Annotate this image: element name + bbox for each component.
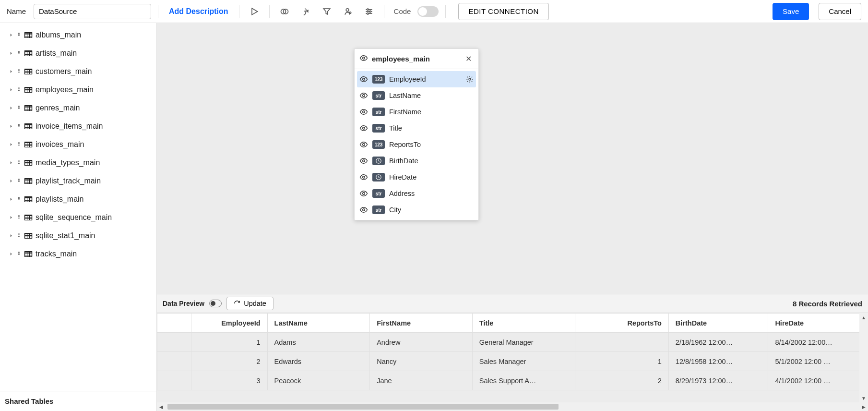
name-input[interactable] [34, 4, 151, 19]
svg-rect-51 [30, 90, 32, 91]
close-icon[interactable]: ✕ [464, 53, 474, 64]
add-description-button[interactable]: Add Description [165, 7, 232, 16]
table-header[interactable]: EmployeeId [191, 314, 267, 333]
field-row[interactable]: 123 ReportsTo [355, 136, 478, 153]
drag-handle-icon[interactable]: ⠿ [17, 161, 21, 165]
code-toggle[interactable] [417, 6, 439, 17]
scroll-right-icon[interactable]: ▶ [859, 404, 868, 410]
svg-rect-141 [30, 254, 32, 255]
table-header[interactable] [157, 314, 191, 333]
drag-handle-icon[interactable]: ⠿ [17, 179, 21, 183]
tree-item[interactable]: ⠿ sqlite_stat1_main [0, 227, 156, 245]
gear-icon[interactable] [466, 75, 474, 83]
update-button[interactable]: Update [226, 297, 273, 310]
tree-item[interactable]: ⠿ artists_main [0, 44, 156, 62]
eye-icon[interactable] [359, 75, 368, 84]
svg-rect-22 [25, 36, 27, 37]
field-row[interactable]: 123 EmployeeId [357, 71, 476, 87]
field-row[interactable]: HireDate [355, 169, 478, 185]
field-row[interactable]: BirthDate [355, 153, 478, 169]
field-row[interactable]: str City [355, 202, 478, 218]
cancel-button[interactable]: Cancel [819, 3, 861, 20]
drag-handle-icon[interactable]: ⠿ [17, 51, 21, 55]
drag-handle-icon[interactable]: ⠿ [17, 216, 21, 219]
tree-item[interactable]: ⠿ invoices_main [0, 135, 156, 154]
eye-icon[interactable] [359, 140, 368, 149]
table-cell: 1 [191, 333, 267, 352]
svg-rect-102 [25, 182, 27, 183]
canvas-stage[interactable]: employees_main ✕ 123 EmployeeId str Last… [157, 23, 868, 294]
eye-icon[interactable] [359, 108, 368, 116]
table-row[interactable]: 1AdamsAndrewGeneral Manager2/18/1962 12:… [157, 333, 868, 352]
eye-icon[interactable] [359, 189, 368, 198]
tree-item[interactable]: ⠿ genres_main [0, 99, 156, 117]
drag-handle-icon[interactable]: ⠿ [17, 234, 21, 238]
eye-icon[interactable] [359, 157, 368, 165]
table-cell: Nancy [370, 352, 473, 371]
field-row[interactable]: str LastName [355, 87, 478, 104]
join-icon[interactable] [276, 3, 293, 20]
drag-handle-icon[interactable]: ⠿ [17, 33, 21, 37]
svg-rect-27 [27, 52, 29, 53]
table-header[interactable]: FirstName [370, 314, 473, 333]
tree-item[interactable]: ⠿ customers_main [0, 62, 156, 81]
field-name: EmployeeId [389, 75, 462, 83]
save-button[interactable]: Save [773, 3, 809, 20]
drag-handle-icon[interactable]: ⠿ [17, 88, 21, 92]
drag-handle-icon[interactable]: ⠿ [17, 106, 21, 110]
scroll-up-icon[interactable]: ▲ [859, 313, 868, 322]
tree-item[interactable]: ⠿ sqlite_sequence_main [0, 208, 156, 227]
run-icon[interactable] [246, 3, 262, 20]
edit-connection-button[interactable]: EDIT CONNECTION [458, 3, 548, 20]
field-row[interactable]: str Address [355, 185, 478, 202]
svg-rect-76 [25, 143, 27, 144]
scrollbar-thumb[interactable] [167, 404, 559, 410]
svg-point-148 [363, 95, 365, 97]
function-icon[interactable] [297, 3, 314, 20]
user-icon[interactable] [340, 3, 356, 20]
eye-icon[interactable] [359, 206, 368, 214]
tree-item[interactable]: ⠿ invoice_items_main [0, 117, 156, 135]
svg-rect-138 [30, 253, 32, 254]
table-header[interactable]: LastName [267, 314, 370, 333]
shared-tables-header[interactable]: Shared Tables [0, 391, 156, 411]
table-row[interactable]: 3PeacockJaneSales Support A…28/29/1973 1… [157, 371, 868, 390]
drag-handle-icon[interactable]: ⠿ [17, 252, 21, 256]
field-row[interactable]: str Title [355, 120, 478, 136]
table-icon [24, 251, 33, 257]
scroll-left-icon[interactable]: ◀ [157, 404, 166, 410]
table-header[interactable]: BirthDate [668, 314, 768, 333]
tree-item[interactable]: ⠿ playlist_track_main [0, 172, 156, 190]
svg-rect-57 [27, 107, 29, 108]
svg-rect-123 [27, 219, 29, 220]
scroll-down-icon[interactable]: ▼ [859, 394, 868, 402]
drag-handle-icon[interactable]: ⠿ [17, 124, 21, 128]
eye-icon[interactable] [359, 124, 368, 133]
table-header[interactable]: Title [472, 314, 575, 333]
tree-item[interactable]: ⠿ playlists_main [0, 190, 156, 208]
type-badge: str [372, 91, 385, 100]
svg-point-14 [367, 12, 368, 14]
vertical-scrollbar[interactable]: ▲ ▼ [859, 313, 868, 402]
eye-icon[interactable] [359, 173, 368, 181]
table-header[interactable]: HireDate [768, 314, 868, 333]
horizontal-scrollbar[interactable]: ◀ ▶ [157, 402, 868, 411]
tree-item[interactable]: ⠿ employees_main [0, 81, 156, 99]
table-row[interactable]: 2EdwardsNancySales Manager112/8/1958 12:… [157, 352, 868, 371]
svg-rect-129 [25, 236, 27, 237]
table-header[interactable]: ReportsTo [575, 314, 668, 333]
svg-rect-40 [27, 72, 29, 73]
eye-icon[interactable] [359, 54, 368, 64]
settings-icon[interactable] [361, 3, 377, 20]
preview-toggle[interactable] [209, 300, 222, 307]
eye-icon[interactable] [359, 91, 368, 100]
filter-icon[interactable] [319, 3, 335, 20]
drag-handle-icon[interactable]: ⠿ [17, 197, 21, 201]
tree-item[interactable]: ⠿ media_types_main [0, 154, 156, 172]
tree-item[interactable]: ⠿ albums_main [0, 26, 156, 44]
tree-item[interactable]: ⠿ tracks_main [0, 245, 156, 263]
svg-rect-71 [30, 126, 32, 127]
drag-handle-icon[interactable]: ⠿ [17, 70, 21, 73]
field-row[interactable]: str FirstName [355, 104, 478, 120]
drag-handle-icon[interactable]: ⠿ [17, 143, 21, 146]
